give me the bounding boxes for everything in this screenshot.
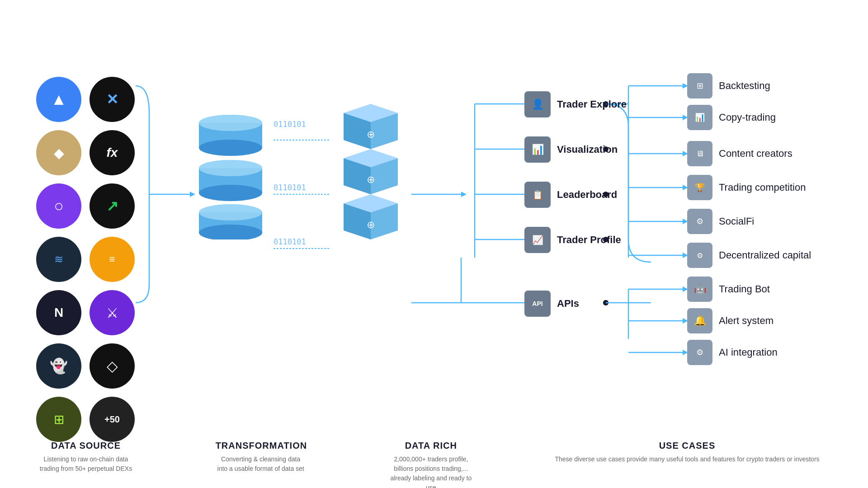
data-source-title: DATA SOURCE (36, 441, 136, 451)
svg-point-59 (199, 204, 262, 221)
node-apis-label: APIs (557, 298, 579, 310)
sub-content-creators-label: Content creators (719, 148, 793, 160)
logo-arbitrum: ▲ (36, 77, 81, 122)
data-rich-title: DATA RICH (386, 441, 476, 451)
logo-orange: ≡ (90, 237, 135, 282)
svg-point-54 (199, 185, 262, 201)
logo-box: ⊞ (36, 397, 81, 442)
logo-ghost: 👻 (36, 343, 81, 389)
sub-alert-system-label: Alert system (719, 315, 774, 327)
logo-layer: ◆ (36, 130, 81, 175)
binary-3: 0110101 (274, 237, 306, 246)
svg-point-50 (199, 140, 262, 156)
node-trader-explore-label: Trader Explore (557, 99, 627, 110)
logo-diamond: ◇ (90, 343, 135, 389)
logo-xcal: ✕ (90, 77, 135, 122)
svg-text:⊕: ⊕ (367, 174, 375, 185)
sub-trading-bot-label: Trading Bot (719, 283, 770, 295)
logo-more: +50 (90, 397, 135, 442)
node-apis: API APIs (524, 291, 579, 317)
svg-text:⊕: ⊕ (367, 219, 375, 230)
node-visualization: 📊 Visualization (524, 136, 618, 163)
binary-2: 0110101 (274, 183, 306, 192)
logo-dark-squig: ≋ (36, 237, 81, 282)
sub-content-creators: 🖥 Content creators (687, 141, 793, 166)
sub-ai-integration: ⚙ AI integration (687, 340, 778, 365)
svg-point-39 (603, 300, 609, 305)
node-trader-profile: 📈 Trader Profile (524, 227, 621, 253)
node-trader-explore: 👤 Trader Explore (524, 91, 627, 117)
svg-point-51 (199, 115, 262, 131)
database-cylinders (190, 113, 271, 239)
data-source-desc: Listening to raw on-chain data trading f… (36, 455, 136, 474)
node-leaderboard: 📋 Leaderboard (524, 182, 617, 208)
svg-point-55 (199, 160, 262, 176)
sub-backtesting-label: Backtesting (719, 80, 770, 92)
logo-fx: fx (90, 130, 135, 175)
sub-trading-bot: 🤖 Trading Bot (687, 277, 770, 302)
sub-trading-competition-label: Trading competition (719, 182, 806, 193)
logo-green: ↗ (90, 183, 135, 229)
logo-purple2: ⚔ (90, 290, 135, 335)
logo-purple: ○ (36, 183, 81, 229)
data-source-label-block: DATA SOURCE Listening to raw on-chain da… (36, 441, 136, 474)
svg-point-24 (603, 300, 609, 305)
sub-alert-system: 🔔 Alert system (687, 308, 774, 333)
sub-socialfi: ⚙ SocialFi (687, 209, 754, 234)
sub-trading-competition: 🏆 Trading competition (687, 175, 806, 200)
use-cases-label-block: USE CASES These diverse use cases provid… (542, 441, 832, 464)
transformation-label-block: TRANSFORMATION Converting & cleansing da… (216, 441, 306, 474)
node-leaderboard-label: Leaderboard (557, 189, 617, 201)
svg-text:⊕: ⊕ (367, 129, 375, 140)
data-source-logos: ▲ ✕ ◆ fx ○ ↗ ≋ ≡ N ⚔ 👻 ◇ ⊞ +50 (36, 77, 135, 442)
data-rich-desc: 2,000,000+ traders profile, billions pos… (386, 455, 476, 488)
sub-backtesting: ⊞ Backtesting (687, 73, 770, 99)
sub-copy-trading: 📊 Copy-trading (687, 105, 776, 130)
sub-decentralized-capital-label: Decentralized capital (719, 249, 811, 261)
node-trader-profile-label: Trader Profile (557, 234, 621, 246)
sub-ai-integration-label: AI integration (719, 347, 778, 358)
binary-1: 0110101 (274, 120, 306, 129)
data-rich-cubes: ⊕ ⊕ ⊕ (326, 99, 416, 244)
svg-marker-6 (461, 192, 467, 197)
sub-decentralized-capital: ⚙ Decentralized capital (687, 243, 811, 268)
logo-nav: N (36, 290, 81, 335)
use-cases-title: USE CASES (542, 441, 832, 451)
use-cases-desc: These diverse use cases provide many use… (542, 455, 832, 464)
node-visualization-label: Visualization (557, 144, 618, 155)
transformation-title: TRANSFORMATION (216, 441, 306, 451)
sub-socialfi-label: SocialFi (719, 216, 754, 227)
transformation-desc: Converting & cleansing data into a usabl… (216, 455, 306, 474)
sub-copy-trading-label: Copy-trading (719, 112, 776, 123)
data-rich-label-block: DATA RICH 2,000,000+ traders profile, bi… (386, 441, 476, 488)
